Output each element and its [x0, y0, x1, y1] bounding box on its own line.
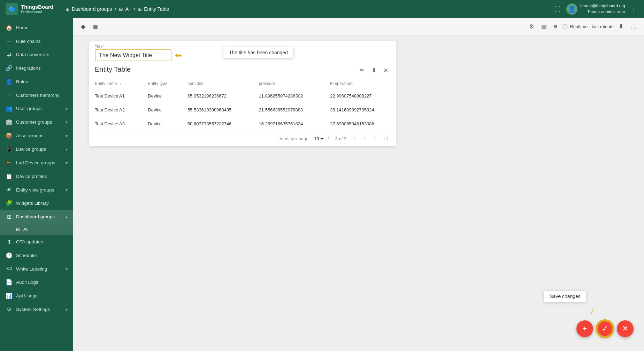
sidebar-item-home[interactable]: 🏠 Home [0, 21, 73, 34]
save-fab-button[interactable]: ✓ [597, 320, 613, 337]
sidebar-item-rule-chains[interactable]: ↔ Rule chains [0, 34, 73, 48]
breadcrumb-icon-3: ⊞ [138, 6, 142, 12]
pagination: Items per page: 10 25 50 1 – 3 of 3 |< <… [89, 131, 396, 146]
breadcrumb-sep-2: > [133, 6, 136, 12]
widget-title-input[interactable] [95, 49, 171, 61]
table-row: Test Device A3 Device 60.607738557222746… [89, 117, 396, 131]
sort-icon: ↑ [120, 82, 121, 86]
breadcrumb-icon-1: ⊞ [66, 6, 70, 12]
chevron-up-icon: ▴ [66, 214, 68, 219]
last-page-btn[interactable]: >| [382, 134, 391, 143]
view-mode-cards-btn[interactable]: ◆ [79, 21, 87, 32]
home-icon: 🏠 [6, 24, 13, 31]
cell-humidity: 60.607738557222746 [182, 117, 253, 131]
widget-card-header: Entity Table ✏ ⬇ ✕ [89, 63, 396, 78]
sidebar-item-device-groups[interactable]: 📱 Device groups ▾ [0, 142, 73, 156]
chevron-down-icon: ▾ [66, 307, 68, 312]
download-icon[interactable]: ⬇ [616, 21, 626, 32]
chevron-down-icon: ▾ [66, 120, 68, 125]
table-row: Test Device A1 Device 65.0532196236672 1… [89, 89, 396, 103]
breadcrumb-sep-1: > [114, 6, 117, 12]
customer-groups-icon: 🏢 [6, 119, 13, 125]
user-role: Tenant administrator [580, 9, 625, 15]
first-page-btn[interactable]: |< [349, 134, 358, 143]
col-entity-name[interactable]: Entity name ↑ [89, 78, 142, 89]
roles-icon: 👤 [6, 78, 13, 85]
sidebar-item-device-profiles[interactable]: 📋 Device profiles [0, 170, 73, 183]
sidebar-item-lad-device-groups[interactable]: 📟 Lad Device groups ▾ [0, 156, 73, 170]
white-labeling-icon: 🏷 [6, 266, 13, 272]
edit-widget-btn[interactable]: ✏ [358, 65, 367, 76]
breadcrumb-dashboard-groups[interactable]: Dashboard groups [72, 6, 112, 12]
breadcrumb-all[interactable]: All [125, 6, 131, 12]
logo-sub: Professional [21, 10, 53, 14]
sidebar-item-white-labeling[interactable]: 🏷 White Labeling ▾ [0, 262, 73, 275]
fullscreen-icon[interactable]: ⛶ [553, 4, 562, 14]
sidebar-item-ota-updates[interactable]: ⬆ OTA updates [0, 235, 73, 249]
audit-logs-icon: 📄 [6, 279, 13, 286]
sidebar-item-data-converters[interactable]: ⇄ Data converters [0, 48, 73, 61]
cancel-fab-button[interactable]: ✕ [617, 320, 634, 337]
realtime-badge: 🕐 Realtime - last minute [562, 24, 614, 29]
sidebar-item-system-settings[interactable]: ⚙ System Settings ▾ [0, 303, 73, 316]
items-per-page-label: Items per page: [278, 136, 310, 141]
device-profiles-icon: 📋 [6, 173, 13, 180]
add-fab-button[interactable]: + [576, 320, 593, 337]
widget-actions: ✏ ⬇ ✕ [358, 65, 390, 76]
sidebar-item-user-groups[interactable]: 👥 User groups ▾ [0, 102, 73, 115]
chevron-down-icon: ▾ [66, 147, 68, 152]
data-converters-icon: ⇄ [6, 51, 13, 58]
sidebar-item-api-usage[interactable]: 📊 Api Usage [0, 289, 73, 303]
chevron-down-icon: ▾ [66, 133, 68, 138]
col-entity-type: Entity type [142, 78, 182, 89]
next-page-btn[interactable]: > [371, 134, 378, 143]
chevron-down-icon: ▾ [66, 266, 68, 271]
more-options-icon[interactable]: ⋮ [629, 4, 638, 14]
table-row: Test Device A2 Device 55.533610398968435… [89, 103, 396, 117]
sidebar-item-entity-view-groups[interactable]: 👁 Entity view groups ▾ [0, 183, 73, 196]
sidebar-item-asset-groups[interactable]: 📦 Asset groups ▾ [0, 129, 73, 142]
top-nav-right: ⛶ 👤 tenant@thingsboard.org Tenant admini… [553, 3, 638, 15]
col-pressure: pressure [253, 78, 325, 89]
entity-table: Entity name ↑ Entity type humidity press… [89, 78, 396, 131]
cell-entity-type: Device [142, 103, 182, 117]
sidebar-item-audit-logs[interactable]: 📄 Audit Logs [0, 275, 73, 289]
avatar: 👤 [566, 3, 577, 15]
prev-page-btn[interactable]: < [361, 134, 368, 143]
close-widget-btn[interactable]: ✕ [381, 65, 390, 76]
fab-container: + ✓ ✕ [576, 320, 634, 337]
sidebar-item-widgets-library[interactable]: 🧩 Widgets Library [0, 196, 73, 210]
view-mode-table-btn[interactable]: ▦ [90, 21, 100, 32]
sidebar-item-roles[interactable]: 👤 Roles [0, 75, 73, 88]
sidebar-item-scheduler[interactable]: 🕐 Scheduler [0, 249, 73, 262]
cell-pressure: 11.896255074286302 [253, 89, 325, 103]
download-widget-btn[interactable]: ⬇ [369, 65, 378, 76]
expand-icon[interactable]: ⛶ [628, 21, 638, 32]
sidebar-item-customers-hierarchy[interactable]: ≡ Customers hierarchy [0, 88, 73, 102]
sidebar-item-all[interactable]: ⊞ All [0, 224, 73, 235]
cell-temperature: 27.698065946153086 [324, 117, 396, 131]
toolbar-left: ◆ ▦ [79, 21, 100, 32]
settings-icon[interactable]: ⚙ [527, 21, 536, 32]
sidebar-item-integrations[interactable]: 🔗 Integrations [0, 61, 73, 75]
realtime-label: Realtime - last minute [570, 24, 614, 29]
sidebar-item-dashboard-groups[interactable]: ⊞ Dashboard groups ▴ [0, 210, 73, 224]
save-changes-tooltip: Save changes [544, 290, 586, 302]
display-mode-icon[interactable]: ▤ [539, 21, 549, 32]
sidebar-item-customer-groups[interactable]: 🏢 Customer groups ▾ [0, 115, 73, 129]
cell-entity-name: Test Device A2 [89, 103, 142, 117]
breadcrumb-entity-table[interactable]: Entity Table [144, 6, 169, 12]
cell-entity-name: Test Device A1 [89, 89, 142, 103]
logo-main: ThingsBoard [21, 4, 53, 10]
entity-view-groups-icon: 👁 [6, 187, 13, 193]
clock-icon: 🕐 [562, 24, 568, 29]
cell-pressure: 21.556638552078883 [253, 103, 325, 117]
integrations-icon: 🔗 [6, 65, 13, 71]
scheduler-icon: 🕐 [6, 252, 13, 259]
cell-humidity: 65.0532196236672 [182, 89, 253, 103]
col-temperature: temperature [324, 78, 396, 89]
breadcrumb-icon-2: ⊞ [119, 6, 123, 12]
items-per-page-select[interactable]: 10 25 50 [313, 136, 325, 142]
widget-main-title: Entity Table [95, 65, 131, 73]
filter-icon[interactable]: ≡ [552, 21, 559, 32]
